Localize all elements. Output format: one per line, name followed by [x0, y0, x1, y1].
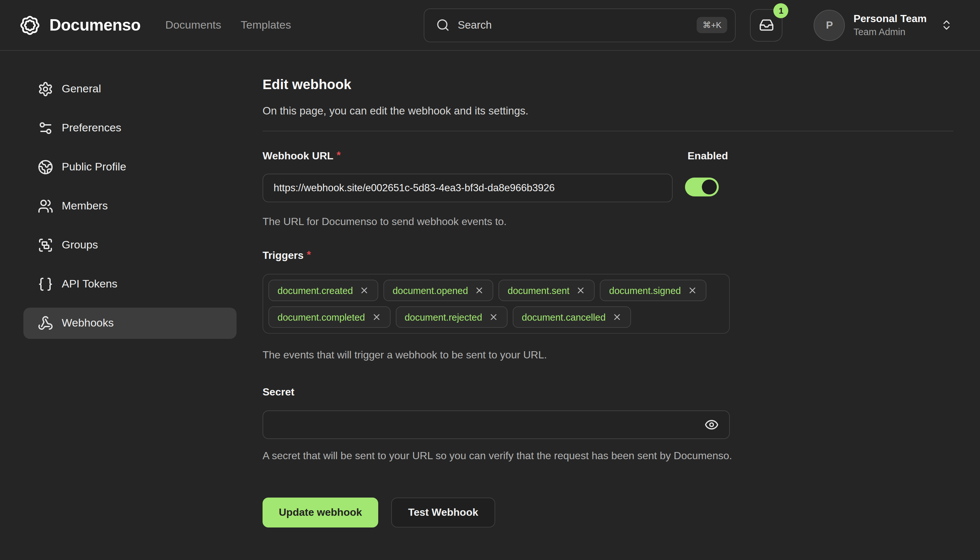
- update-webhook-button[interactable]: Update webhook: [262, 498, 378, 527]
- remove-trigger-icon[interactable]: [371, 312, 381, 322]
- sidebar-item-api-tokens[interactable]: API Tokens: [23, 268, 237, 300]
- trigger-tag-label: document.opened: [392, 285, 468, 296]
- search-bar[interactable]: ⌘+K: [424, 8, 736, 42]
- test-webhook-button[interactable]: Test Webhook: [391, 498, 495, 527]
- trigger-tag: document.sent: [498, 280, 595, 301]
- sidebar-item-label: Groups: [62, 239, 98, 252]
- trigger-tag: document.signed: [600, 280, 706, 301]
- brand-name: Documenso: [50, 16, 141, 35]
- nav-templates[interactable]: Templates: [241, 18, 291, 32]
- search-shortcut-badge: ⌘+K: [697, 17, 728, 33]
- divider: [262, 131, 953, 132]
- enabled-label: Enabled: [688, 150, 728, 163]
- webhook-url-helper: The URL for Documenso to send webhook ev…: [262, 213, 953, 230]
- trigger-tag-label: document.rejected: [405, 312, 482, 322]
- trigger-tag: document.rejected: [395, 306, 508, 328]
- secret-helper: A secret that will be sent to your URL s…: [262, 447, 743, 464]
- toggle-thumb: [702, 180, 717, 195]
- trigger-tag: document.cancelled: [513, 306, 631, 328]
- webhook-url-input[interactable]: [262, 174, 673, 202]
- webhook-icon: [38, 315, 53, 331]
- sidebar-item-preferences[interactable]: Preferences: [23, 113, 237, 144]
- sidebar-item-label: API Tokens: [62, 278, 117, 291]
- chevrons-up-down-icon: [940, 19, 953, 31]
- triggers-label: Triggers: [262, 249, 304, 262]
- documenso-logo-icon: [18, 13, 42, 37]
- sidebar-item-groups[interactable]: Groups: [23, 230, 237, 261]
- page-subtitle: On this page, you can edit the webhook a…: [262, 103, 953, 118]
- team-selector[interactable]: P Personal Team Team Admin: [814, 10, 953, 41]
- gear-icon: [38, 81, 53, 97]
- required-asterisk: *: [307, 249, 311, 262]
- webhook-url-row: Webhook URL * Enabled The URL for Docume…: [262, 150, 953, 230]
- remove-trigger-icon[interactable]: [687, 285, 697, 295]
- trigger-tag-label: document.created: [277, 285, 353, 296]
- inbox-wrap: 1: [750, 9, 783, 41]
- trigger-tag: document.opened: [384, 280, 493, 301]
- sidebar-item-label: General: [62, 83, 101, 96]
- team-name: Personal Team: [854, 12, 927, 25]
- team-avatar: P: [814, 10, 845, 41]
- webhook-url-label-row: Webhook URL * Enabled: [262, 150, 953, 163]
- secret-input[interactable]: [262, 410, 730, 439]
- inbox-count-badge: 1: [774, 3, 789, 18]
- trigger-tag: document.completed: [268, 306, 390, 328]
- secret-label-row: Secret: [262, 386, 953, 399]
- trigger-tag-label: document.completed: [277, 312, 365, 322]
- toggle-secret-visibility-button[interactable]: [697, 410, 726, 439]
- search-icon: [436, 18, 450, 32]
- sidebar-item-members[interactable]: Members: [23, 190, 237, 222]
- edit-webhook-panel: Edit webhook On this page, you can edit …: [262, 70, 953, 527]
- braces-icon: [38, 277, 53, 292]
- team-role: Team Admin: [854, 25, 927, 38]
- secret-field-wrap: [262, 410, 730, 439]
- sliders-icon: [38, 120, 53, 136]
- sidebar-item-webhooks[interactable]: Webhooks: [23, 308, 237, 339]
- sidebar-item-public-profile[interactable]: Public Profile: [23, 152, 237, 183]
- top-header: Documenso Documents Templates ⌘+K: [0, 0, 980, 51]
- trigger-tag: document.created: [268, 280, 378, 301]
- sidebar-item-general[interactable]: General: [23, 73, 237, 105]
- team-text: Personal Team Team Admin: [854, 12, 927, 38]
- remove-trigger-icon[interactable]: [612, 312, 622, 322]
- brand[interactable]: Documenso: [18, 13, 141, 37]
- triggers-multiselect[interactable]: document.created document.opened documen…: [262, 274, 730, 334]
- enabled-toggle[interactable]: [685, 178, 719, 197]
- remove-trigger-icon[interactable]: [576, 285, 586, 295]
- sidebar-item-label: Webhooks: [62, 317, 114, 330]
- globe-icon: [38, 159, 53, 175]
- trigger-tag-label: document.sent: [508, 285, 569, 296]
- remove-trigger-icon[interactable]: [489, 312, 498, 322]
- remove-trigger-icon[interactable]: [359, 285, 369, 295]
- form-actions: Update webhook Test Webhook: [262, 498, 953, 527]
- page-title: Edit webhook: [262, 75, 953, 94]
- webhook-url-label: Webhook URL: [262, 150, 333, 163]
- sidebar-item-label: Preferences: [62, 122, 121, 135]
- eye-icon: [704, 418, 719, 432]
- triggers-label-row: Triggers *: [262, 249, 953, 262]
- main-nav: Documents Templates: [165, 18, 291, 32]
- search-input[interactable]: [458, 19, 689, 31]
- triggers-helper: The events that will trigger a webhook t…: [262, 347, 953, 363]
- nav-documents[interactable]: Documents: [165, 18, 221, 32]
- remove-trigger-icon[interactable]: [474, 285, 484, 295]
- secret-label: Secret: [262, 386, 294, 399]
- users-icon: [38, 198, 53, 214]
- documenso-app: Documenso Documents Templates ⌘+K: [0, 0, 980, 560]
- settings-sidebar: General Preferences Public Profile: [23, 73, 237, 339]
- sidebar-item-label: Members: [62, 200, 108, 213]
- trigger-tag-label: document.cancelled: [522, 312, 606, 322]
- trigger-tag-label: document.signed: [609, 285, 681, 296]
- inbox-icon: [759, 18, 774, 33]
- required-asterisk: *: [337, 150, 341, 163]
- sidebar-item-label: Public Profile: [62, 161, 126, 174]
- group-icon: [38, 237, 53, 253]
